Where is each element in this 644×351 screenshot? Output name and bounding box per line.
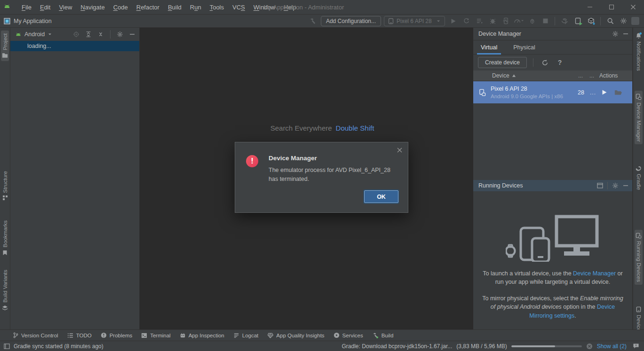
maximize-icon[interactable] (601, 0, 622, 15)
tool-strip-tab-notifications[interactable]: Notifications (635, 30, 643, 74)
sdk-manager-icon[interactable] (586, 16, 596, 26)
collapse-all-icon[interactable] (96, 30, 105, 39)
hide-panel-icon[interactable] (623, 31, 628, 37)
help-icon[interactable]: ? (555, 57, 565, 68)
bell-icon (636, 32, 642, 39)
gradle-sync-icon[interactable] (559, 16, 570, 26)
hide-panel-icon[interactable] (623, 183, 628, 188)
bottom-tab-todo[interactable]: TODO (67, 333, 92, 338)
device-manager-link[interactable]: Device Manager (573, 270, 616, 277)
phone-icon (388, 18, 394, 24)
cancel-task-icon[interactable] (586, 343, 593, 350)
device-folder-icon[interactable] (614, 89, 628, 96)
locate-icon[interactable] (72, 30, 80, 39)
run-icon[interactable] (448, 16, 458, 26)
menu-edit[interactable]: Edit (36, 2, 54, 12)
bottom-tab-terminal[interactable]: Terminal (141, 333, 170, 338)
gauge-dropdown-icon[interactable] (514, 16, 524, 26)
launch-hint-text: To launch a virtual device, use the Devi… (480, 269, 625, 286)
device-selector-dropdown[interactable]: Pixel 6 API 28 (384, 16, 445, 26)
gear-icon[interactable] (612, 31, 619, 37)
menu-vcs[interactable]: VCS (229, 2, 249, 12)
apply-changes-icon[interactable] (461, 16, 471, 26)
tool-strip-tab-gradle[interactable]: Gradle (634, 163, 643, 193)
menu-build[interactable]: Build (164, 2, 185, 12)
virtual-device-icon (479, 89, 486, 96)
column-more-1[interactable]: ... (575, 72, 586, 79)
device-manager-toolbar-icon[interactable] (572, 16, 583, 26)
run-with-coverage-icon[interactable] (474, 16, 485, 26)
menu-navigate[interactable]: Navigate (77, 2, 108, 12)
bottom-tab-build[interactable]: Build (372, 332, 394, 338)
menu-tools[interactable]: Tools (206, 2, 228, 12)
menu-run[interactable]: Run (186, 2, 205, 12)
android-logo-icon (0, 3, 14, 11)
search-everywhere-icon[interactable] (605, 16, 615, 26)
bottom-tab-services[interactable]: Services (334, 332, 363, 338)
refresh-icon[interactable] (540, 57, 550, 68)
column-device[interactable]: Device (492, 72, 509, 79)
device-description: Android 9.0 Google APIs | x86 (491, 94, 578, 99)
tab-virtual[interactable]: Virtual (479, 41, 499, 54)
tool-strip-tab-project[interactable]: Project (1, 31, 9, 61)
editor-area: Search EverywhereDouble Shift ! Device M… (140, 28, 473, 329)
tool-strip-tab-running-devices[interactable]: Running Devices (635, 230, 643, 285)
user-avatar-placeholder[interactable] (631, 17, 639, 25)
project-widget[interactable]: My Application (4, 18, 52, 24)
left-tool-strip: ProjectStructureBookmarksBuild Variants (0, 28, 10, 329)
device-manager-header: Device Manager (473, 28, 632, 40)
tab-physical[interactable]: Physical (511, 41, 537, 54)
bottom-tab-logcat[interactable]: Logcat (233, 333, 259, 338)
gear-icon[interactable] (116, 30, 124, 39)
add-configuration-button[interactable]: Add Configuration... (321, 16, 381, 26)
bottom-tab-app-quality-insights[interactable]: App Quality Insights (267, 333, 324, 338)
menu-refactor[interactable]: Refactor (133, 2, 163, 12)
project-tree-loading-item[interactable]: loading... (10, 41, 139, 51)
menu-file[interactable]: File (18, 2, 35, 12)
project-view-selector[interactable]: Android (15, 31, 52, 38)
window-title: My Application - Administrator (263, 4, 344, 11)
menu-view[interactable]: View (55, 2, 76, 12)
build-hammer-icon[interactable] (308, 16, 318, 26)
tool-strip-tab-bookmarks[interactable]: Bookmarks (1, 218, 9, 258)
settings-gear-icon[interactable] (618, 16, 628, 26)
stop-icon[interactable] (540, 16, 550, 26)
dialog-close-icon[interactable] (397, 147, 403, 153)
inspection-icon (180, 332, 186, 338)
sync-status-text[interactable]: Gradle sync started (8 minutes ago) (14, 343, 103, 350)
main-toolbar: My Application Add Configuration... Pixe… (0, 15, 644, 28)
profiler-icon[interactable] (501, 16, 511, 26)
download-badge-icon (592, 22, 596, 25)
column-more-2[interactable]: ... (586, 72, 597, 79)
expand-all-icon[interactable] (84, 30, 93, 39)
dialog-title: Device Manager (269, 155, 317, 162)
ok-button[interactable]: OK (364, 190, 398, 203)
bottom-tab-app-inspection[interactable]: App Inspection (180, 332, 224, 338)
minimize-icon[interactable] (579, 0, 601, 15)
running-devices-header: Running Devices (473, 180, 632, 191)
status-bar: Gradle sync started (8 minutes ago) Grad… (0, 341, 644, 351)
background-task-size: (3,83 MB / 5,96 MB) (456, 343, 507, 350)
tool-strip-tab-device-manager[interactable]: Device Manager (635, 91, 643, 145)
tool-strip-tab-build-variants[interactable]: Build Variants (1, 267, 9, 313)
layout-editor-icon[interactable] (597, 183, 603, 188)
hide-panel-icon[interactable] (128, 30, 136, 39)
toolbar-actions: Add Configuration... Pixel 6 API 28 (308, 16, 639, 26)
close-icon[interactable] (622, 0, 644, 15)
launch-device-icon[interactable] (601, 89, 614, 95)
bottom-tab-version-control[interactable]: Version Control (13, 332, 58, 338)
bottom-tab-problems[interactable]: Problems (101, 332, 133, 338)
gear-icon[interactable] (612, 182, 619, 189)
show-all-link[interactable]: Show all (2) (597, 343, 627, 350)
device-more-menu[interactable]: ... (590, 89, 601, 96)
tool-strip-tab-structure[interactable]: Structure (1, 168, 9, 204)
android-view-icon (15, 31, 22, 38)
event-log-icon[interactable] (633, 343, 639, 349)
debug-icon[interactable] (487, 16, 498, 26)
device-table-row[interactable]: Pixel 6 API 28 Android 9.0 Google APIs |… (473, 81, 632, 103)
menu-code[interactable]: Code (110, 2, 132, 12)
progress-fill (511, 345, 555, 347)
create-device-button[interactable]: Create device (478, 57, 527, 68)
running-devices-title: Running Devices (478, 182, 523, 189)
attach-debugger-icon[interactable] (527, 16, 537, 26)
